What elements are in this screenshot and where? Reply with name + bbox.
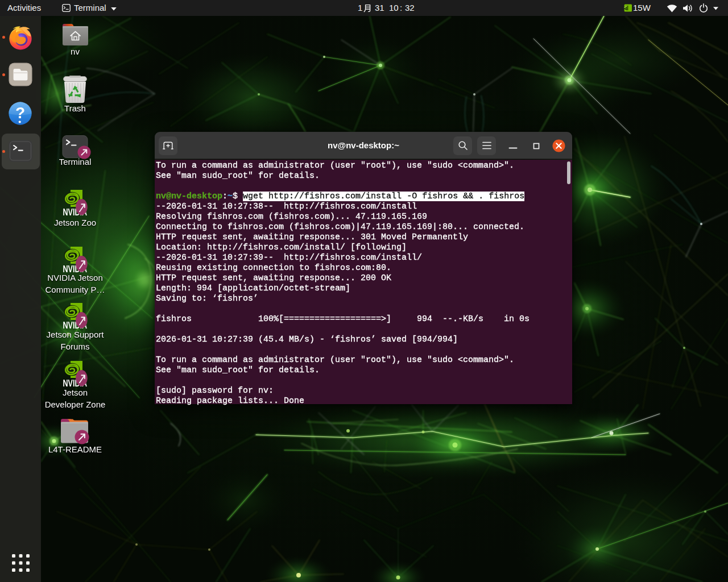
svg-text:?: ? [15, 104, 25, 122]
